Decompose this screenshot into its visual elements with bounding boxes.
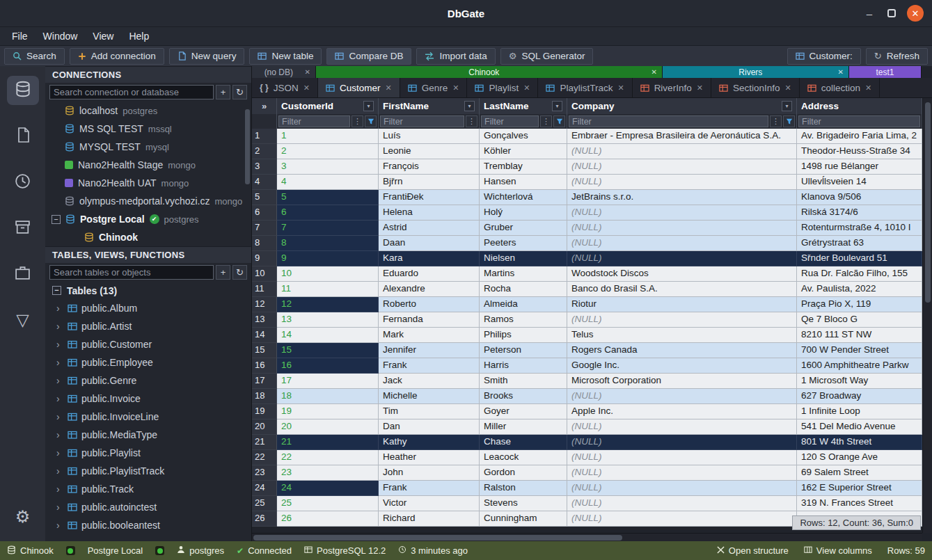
cell-company[interactable]: (NULL) [567, 175, 797, 190]
filter-input-lastname[interactable] [481, 115, 539, 127]
toolbar-button-import-data[interactable]: Import data [416, 48, 495, 65]
tab-sectioninfo[interactable]: SectionInfo✕ [711, 78, 800, 97]
sidebar-item-connections[interactable] [7, 76, 39, 105]
cell-firstname[interactable]: Eduardo [379, 266, 480, 282]
cell-customerid[interactable]: 1 [277, 129, 379, 144]
tables-group[interactable]: − Tables (13) [45, 282, 251, 299]
vertical-scrollbar-thumb[interactable] [925, 102, 931, 303]
cell-company[interactable]: JetBrains s.r.o. [567, 190, 797, 205]
cell-firstname[interactable]: Tim [379, 404, 480, 419]
cell-customerid[interactable]: 25 [277, 496, 379, 511]
statusbar-database[interactable]: Chinook [7, 545, 54, 557]
add-table-mini-button[interactable]: + [216, 265, 230, 280]
menu-item-view[interactable]: View [85, 29, 121, 43]
tab-customer[interactable]: Customer✕ [318, 78, 400, 97]
cell-firstname[interactable]: Helena [379, 205, 480, 221]
table-item-public-playlisttrack[interactable]: ›public.PlaylistTrack [45, 462, 251, 480]
row-number[interactable]: 18 [252, 389, 277, 404]
row-number[interactable]: 3 [252, 159, 277, 175]
cell-lastname[interactable]: Almeida [480, 297, 567, 312]
cell-company[interactable]: (NULL) [567, 511, 797, 527]
cell-lastname[interactable]: Goyer [480, 404, 567, 419]
cell-customerid[interactable]: 12 [277, 297, 379, 312]
menu-item-file[interactable]: File [4, 29, 35, 43]
connection-item-mysql-test[interactable]: MYSQL TESTmysql [45, 138, 251, 156]
tab-playlisttrack[interactable]: PlaylistTrack✕ [538, 78, 632, 97]
cell-company[interactable]: (NULL) [567, 465, 797, 481]
cell-firstname[interactable]: Alexandre [379, 282, 480, 297]
cell-customerid[interactable]: 11 [277, 282, 379, 297]
column-header-lastname[interactable]: LastName▾ [480, 98, 567, 114]
close-tab-icon[interactable]: ✕ [452, 83, 459, 93]
close-button[interactable]: ✕ [907, 5, 924, 22]
connection-item-olympus-medportal-vychozi-cz[interactable]: olympus-medportal.vychozi.czmongo [45, 192, 251, 210]
cell-firstname[interactable]: Jack [379, 374, 480, 389]
sidebar-item-settings[interactable]: ⚙ [7, 502, 39, 531]
chevron-down-icon[interactable]: ▾ [464, 101, 475, 111]
cell-company[interactable]: Riotur [567, 297, 797, 312]
cell-customerid[interactable]: 4 [277, 175, 379, 190]
cell-firstname[interactable]: Frank [379, 358, 480, 374]
cell-address[interactable]: 1498 rue Bélanger [797, 159, 922, 175]
cell-lastname[interactable]: Rocha [480, 282, 567, 297]
cell-lastname[interactable]: Nielsen [480, 251, 567, 266]
sidebar-item-archive[interactable] [7, 214, 39, 243]
connection-item-ms-sql-test[interactable]: MS SQL TESTmssql [45, 120, 251, 138]
cell-customerid[interactable]: 17 [277, 374, 379, 389]
cell-company[interactable]: (NULL) [567, 419, 797, 435]
cell-lastname[interactable]: Smith [480, 374, 567, 389]
tables-search-input[interactable] [49, 265, 214, 280]
cell-company[interactable]: (NULL) [567, 221, 797, 236]
row-number[interactable]: 5 [252, 190, 277, 205]
connection-item-postgre-local[interactable]: −Postgre Local✔postgres [45, 210, 251, 228]
cell-firstname[interactable]: Daan [379, 236, 480, 251]
cell-firstname[interactable]: Michelle [379, 389, 480, 404]
cell-address[interactable]: 69 Salem Street [797, 465, 922, 481]
toolbar-button-refresh[interactable]: ↻Refresh [866, 48, 928, 65]
view-columns-button[interactable]: View columns [804, 545, 872, 556]
cell-firstname[interactable]: Jennifer [379, 343, 480, 358]
cell-firstname[interactable]: Kathy [379, 435, 480, 450]
statusbar-connection[interactable]: Postgre Local [88, 545, 143, 556]
cell-company[interactable]: (NULL) [567, 389, 797, 404]
cell-address[interactable]: Klanova 9/506 [797, 190, 922, 205]
row-number[interactable]: 9 [252, 251, 277, 266]
cell-customerid[interactable]: 23 [277, 465, 379, 481]
filter-menu-button[interactable]: ⋮ [540, 115, 552, 127]
sidebar-item-history[interactable] [7, 168, 39, 197]
row-number[interactable]: 20 [252, 419, 277, 435]
cell-company[interactable]: (NULL) [567, 251, 797, 266]
cell-lastname[interactable]: Chase [480, 435, 567, 450]
cell-firstname[interactable]: Mark [379, 328, 480, 343]
cell-company[interactable]: Embraer - Empresa Brasileira de Aeronáut… [567, 129, 797, 144]
row-number[interactable]: 8 [252, 236, 277, 251]
db-tab-test1[interactable]: test1 [849, 66, 922, 78]
tab-collection[interactable]: collection✕ [800, 78, 880, 97]
cell-customerid[interactable]: 9 [277, 251, 379, 266]
row-number[interactable]: 6 [252, 205, 277, 221]
cell-customerid[interactable]: 6 [277, 205, 379, 221]
cell-address[interactable]: Av. Brigadeiro Faria Lima, 2 [797, 129, 922, 144]
cell-firstname[interactable]: FrantiĐek [379, 190, 480, 205]
cell-customerid[interactable]: 21 [277, 435, 379, 450]
cell-address[interactable]: 1 Microsoft Way [797, 374, 922, 389]
cell-lastname[interactable]: Leacock [480, 450, 567, 465]
cell-customerid[interactable]: 26 [277, 511, 379, 527]
table-item-public-invoice[interactable]: ›public.Invoice [45, 390, 251, 408]
table-item-public-customer[interactable]: ›public.Customer [45, 335, 251, 353]
refresh-tables-button[interactable]: ↻ [232, 265, 247, 280]
cell-company[interactable]: (NULL) [567, 450, 797, 465]
close-tab-icon[interactable]: ✕ [697, 83, 703, 93]
cell-address[interactable]: Ullevĺlsveien 14 [797, 175, 922, 190]
row-number[interactable]: 24 [252, 481, 277, 496]
cell-lastname[interactable]: Brooks [480, 389, 567, 404]
menu-item-window[interactable]: Window [35, 29, 86, 43]
column-header-firstname[interactable]: FirstName▾ [379, 98, 480, 114]
refresh-connections-button[interactable]: ↻ [232, 85, 247, 99]
column-header-address[interactable]: Address [797, 98, 922, 114]
connection-item-localhost[interactable]: localhostpostgres [45, 102, 251, 120]
cell-firstname[interactable]: Victor [379, 496, 480, 511]
connection-search-input[interactable] [49, 85, 214, 99]
filter-input-address[interactable] [798, 115, 920, 127]
toolbar-button-customer[interactable]: Customer: [787, 48, 861, 65]
